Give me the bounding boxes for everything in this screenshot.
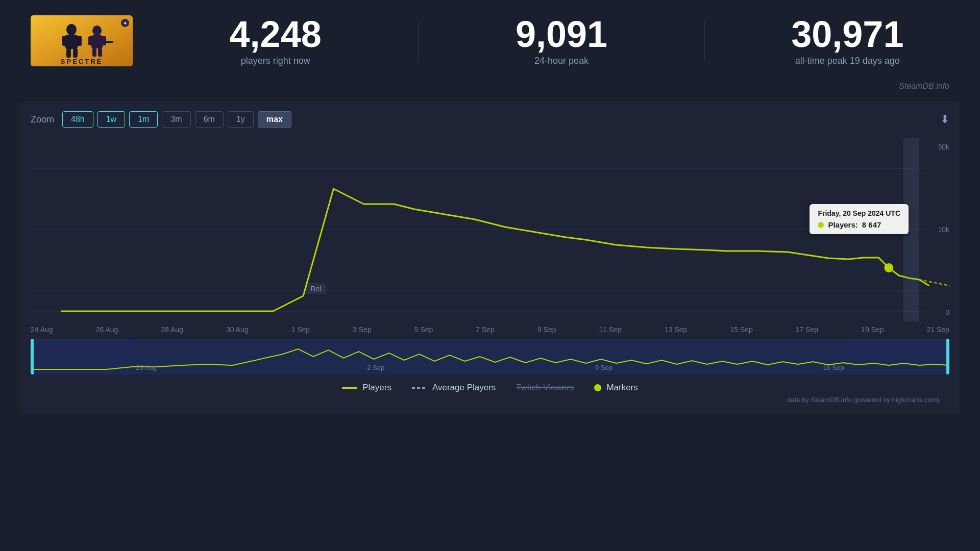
zoom-48h[interactable]: 48h	[62, 111, 93, 128]
svg-rect-10	[88, 36, 93, 45]
svg-text:✦: ✦	[123, 20, 127, 26]
svg-rect-6	[66, 48, 71, 58]
y-label-30k: 30k	[924, 143, 949, 151]
mini-chart-svg	[31, 339, 949, 374]
divider-1	[418, 20, 419, 61]
svg-rect-30	[946, 339, 949, 374]
legend-markers: Markers	[594, 383, 638, 393]
zoom-1w[interactable]: 1w	[97, 111, 125, 128]
legend-avg-label: Average Players	[432, 383, 496, 393]
svg-rect-14	[103, 41, 113, 43]
x-label-26aug: 26 Aug	[96, 325, 118, 334]
zoom-1y[interactable]: 1y	[228, 111, 254, 128]
x-label-13sep: 13 Sep	[665, 325, 687, 334]
legend-markers-dot	[594, 384, 601, 391]
download-icon[interactable]: ⬇	[940, 113, 949, 126]
alltime-peak-label: all-time peak 19 days ago	[746, 56, 949, 66]
svg-rect-4	[62, 36, 67, 46]
svg-text:SPECTRE: SPECTRE	[61, 58, 103, 65]
chart-svg: Rel	[31, 138, 949, 321]
current-players-label: players right now	[174, 56, 377, 66]
peak-24h-label: 24-hour peak	[459, 56, 663, 66]
svg-rect-9	[91, 35, 103, 48]
current-players-stat: 4,248 players right now	[174, 16, 377, 66]
x-label-28aug: 28 Aug	[161, 325, 183, 334]
svg-rect-27	[132, 339, 848, 374]
zoom-1m[interactable]: 1m	[129, 111, 158, 128]
current-players-number: 4,248	[174, 16, 377, 53]
svg-rect-7	[73, 48, 78, 58]
peak-24h-stat: 9,091 24-hour peak	[459, 16, 663, 66]
x-label-3sep: 3 Sep	[353, 325, 372, 334]
main-chart: 30k 10k 0 Rel Friday, 20 Sep 2024 UTC	[31, 138, 949, 321]
x-label-9sep: 9 Sep	[537, 325, 556, 334]
svg-rect-12	[92, 48, 96, 57]
game-thumbnail: SPECTRE ✦	[31, 15, 133, 66]
x-label-11sep: 11 Sep	[599, 325, 622, 334]
x-label-24aug: 24 Aug	[31, 325, 53, 334]
zoom-6m[interactable]: 6m	[195, 111, 224, 128]
zoom-3m[interactable]: 3m	[162, 111, 190, 128]
legend-avg-line	[412, 387, 427, 389]
legend-avg-players: Average Players	[412, 383, 496, 393]
header: SPECTRE ✦ 4,248 players right now 9,091 …	[0, 0, 980, 82]
x-label-7sep: 7 Sep	[476, 325, 495, 334]
svg-rect-29	[31, 339, 34, 374]
mini-chart: 26 Aug 2 Sep 9 Sep 16 Sep	[31, 339, 949, 374]
svg-rect-13	[98, 48, 102, 57]
zoom-max[interactable]: max	[258, 111, 291, 128]
legend-players: Players	[342, 383, 391, 393]
x-label-30aug: 30 Aug	[226, 325, 249, 334]
x-label-15sep: 15 Sep	[730, 325, 752, 334]
x-axis-labels: 24 Aug 26 Aug 28 Aug 30 Aug 1 Sep 3 Sep …	[31, 321, 949, 334]
legend-players-line	[342, 387, 357, 389]
peak-24h-number: 9,091	[459, 16, 663, 53]
svg-point-8	[92, 26, 102, 36]
x-label-17sep: 17 Sep	[796, 325, 818, 334]
x-label-5sep: 5 Sep	[414, 325, 433, 334]
y-axis: 30k 10k 0	[924, 138, 949, 321]
svg-text:Rel: Rel	[310, 285, 321, 293]
y-label-0: 0	[924, 308, 949, 316]
legend-markers-label: Markers	[606, 383, 638, 393]
data-credit: data by SteamDB.info (powered by highcha…	[31, 396, 949, 404]
steamdb-credit: SteamDB.info	[0, 82, 980, 96]
svg-point-25	[885, 264, 893, 272]
svg-point-2	[66, 24, 77, 35]
y-label-10k: 10k	[924, 226, 949, 234]
svg-rect-28	[848, 339, 949, 374]
x-label-19sep: 19 Sep	[861, 325, 884, 334]
legend: Players Average Players Twitch Viewers M…	[31, 383, 949, 393]
alltime-peak-number: 30,971	[746, 16, 949, 53]
chart-container: Zoom 48h 1w 1m 3m 6m 1y max ⬇ 30k 10k 0 …	[20, 101, 960, 414]
zoom-label: Zoom	[31, 114, 54, 125]
alltime-peak-stat: 30,971 all-time peak 19 days ago	[746, 16, 949, 66]
zoom-bar: Zoom 48h 1w 1m 3m 6m 1y max ⬇	[31, 111, 949, 128]
legend-twitch: Twitch Viewers	[516, 383, 574, 393]
x-label-1sep: 1 Sep	[291, 325, 310, 334]
svg-rect-5	[77, 36, 82, 46]
divider-2	[704, 20, 705, 61]
legend-twitch-label: Twitch Viewers	[516, 383, 574, 393]
x-label-21sep: 21 Sep	[927, 325, 949, 334]
legend-players-label: Players	[362, 383, 391, 393]
